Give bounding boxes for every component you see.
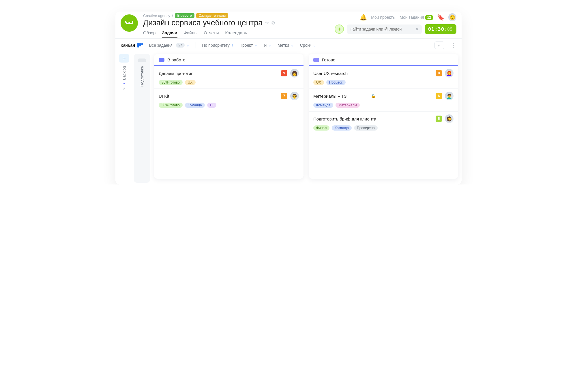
tab-overview[interactable]: Обзор bbox=[143, 30, 156, 38]
task-card[interactable]: Делаем прототип 9 👩 80% готово UX bbox=[154, 66, 304, 89]
add-column-button[interactable]: + bbox=[119, 54, 129, 63]
task-card[interactable]: Метериалы + ТЗ 🔒 6 👨‍🦱 Команда Материалы bbox=[309, 89, 458, 112]
breadcrumb-separator: / bbox=[172, 14, 173, 18]
filter-me-label: Я bbox=[264, 43, 267, 48]
header-right-top: 🔔 Мои проекты Мои задания 12 🔖 🙂 bbox=[360, 13, 456, 21]
task-title: Подготовить бриф для клиента bbox=[313, 116, 433, 121]
priority-badge: 9 bbox=[281, 70, 287, 76]
column-header-done[interactable]: Готово bbox=[309, 54, 458, 66]
tag[interactable]: Команда bbox=[313, 103, 333, 108]
filter-due[interactable]: Сроки ⌄ bbox=[300, 43, 316, 48]
app-logo[interactable] bbox=[121, 14, 138, 32]
search-input[interactable] bbox=[350, 27, 413, 31]
task-card[interactable]: User UX research 8 👩‍🦰 UX Процесс bbox=[309, 66, 458, 89]
status-chip-awaiting[interactable]: Ожидает оплаты bbox=[196, 13, 228, 18]
task-card[interactable]: UI Kit 7 👨 50% готово Команда UI bbox=[154, 89, 304, 111]
column-header-in-progress[interactable]: В работе bbox=[154, 54, 304, 66]
column-done: Готово User UX research 8 👩‍🦰 UX Процесс bbox=[309, 54, 458, 179]
tab-tasks[interactable]: Задачи bbox=[162, 30, 177, 38]
priority-badge: 8 bbox=[436, 70, 442, 76]
rail-backlog-count: 2 bbox=[123, 87, 125, 91]
assignee-avatar[interactable]: 🧔 bbox=[445, 114, 454, 123]
filter-all-tasks-count: 27 bbox=[176, 43, 184, 48]
tab-files[interactable]: Файлы bbox=[184, 30, 198, 38]
filter-project-label: Проект bbox=[239, 43, 253, 48]
tag[interactable]: Финал bbox=[313, 125, 329, 131]
columns: В работе Делаем прототип 9 👩 80% готово … bbox=[151, 52, 462, 184]
app-window: Creative agency / В работе Ожидает оплат… bbox=[115, 12, 462, 184]
filter-labels-label: Метки bbox=[278, 43, 289, 48]
breadcrumb: Creative agency / В работе Ожидает оплат… bbox=[143, 13, 329, 18]
add-button[interactable]: + bbox=[335, 24, 344, 34]
my-projects-link[interactable]: Мои проекты bbox=[371, 15, 396, 20]
task-card[interactable]: Подготовить бриф для клиента 5 🧔 Финал К… bbox=[309, 112, 458, 134]
separator bbox=[196, 42, 196, 48]
timer[interactable]: 01:30:05 bbox=[425, 24, 456, 34]
tag[interactable]: Команда bbox=[185, 103, 205, 108]
column-color-swatch bbox=[313, 58, 319, 62]
column-color-swatch bbox=[159, 58, 164, 62]
gear-icon[interactable]: ⚙ bbox=[271, 20, 275, 26]
priority-badge: 5 bbox=[436, 116, 442, 122]
assignee-avatar[interactable]: 👩 bbox=[290, 69, 299, 78]
chevron-down-icon: ⌄ bbox=[268, 43, 271, 47]
clear-search-icon[interactable]: ✕ bbox=[415, 27, 419, 32]
assignee-avatar[interactable]: 👨‍🦱 bbox=[445, 92, 454, 100]
tag[interactable]: Материалы bbox=[336, 103, 360, 108]
filter-priority-label: По приоритету bbox=[202, 43, 230, 48]
task-tags: 50% готово Команда UI bbox=[159, 103, 299, 108]
filter-me[interactable]: Я ⌄ bbox=[264, 43, 271, 48]
chevron-down-icon: ⌄ bbox=[254, 43, 257, 47]
chevron-down-icon: ⌄ bbox=[291, 43, 294, 47]
tag[interactable]: Проверено bbox=[354, 125, 378, 131]
tag[interactable]: Процесс bbox=[326, 80, 346, 85]
filter-labels[interactable]: Метки ⌄ bbox=[278, 43, 294, 48]
rail-prep[interactable]: Подготовка bbox=[134, 54, 150, 183]
filter-project[interactable]: Проект ⌄ bbox=[239, 43, 257, 48]
column-in-progress: В работе Делаем прототип 9 👩 80% готово … bbox=[154, 54, 304, 179]
tag[interactable]: UX bbox=[313, 80, 324, 85]
tab-calendar[interactable]: Календарь bbox=[225, 30, 247, 38]
task-tags: 80% готово UX bbox=[159, 80, 299, 85]
tag[interactable]: 50% готово bbox=[159, 103, 183, 108]
title-row: Дизайн сервиса учебного центра ☆ ⚙ bbox=[143, 18, 329, 27]
column-title: Готово bbox=[322, 57, 335, 62]
page-title: Дизайн сервиса учебного центра bbox=[143, 18, 263, 27]
my-tasks-label: Мои задания bbox=[400, 15, 424, 20]
tag[interactable]: Команда bbox=[332, 125, 352, 131]
bookmark-icon[interactable]: 🔖 bbox=[437, 14, 444, 21]
plus-icon: + bbox=[338, 26, 341, 32]
rail-backlog[interactable]: + Backlog 2 bbox=[115, 52, 133, 184]
column-title: В работе bbox=[167, 57, 186, 62]
filter-due-label: Сроки bbox=[300, 43, 312, 48]
view-toggle[interactable]: Канбан bbox=[121, 43, 143, 48]
tag[interactable]: UI bbox=[207, 103, 216, 108]
tag[interactable]: 80% готово bbox=[159, 80, 183, 85]
filter-all-tasks[interactable]: Все задания 27 ⌄ bbox=[149, 43, 189, 48]
check-icon: ✓ bbox=[438, 43, 441, 48]
complete-filter-button[interactable]: ✓ bbox=[434, 42, 444, 49]
assignee-avatar[interactable]: 👨 bbox=[290, 92, 299, 100]
more-menu[interactable]: ⋮ bbox=[451, 44, 456, 47]
kanban-icon bbox=[137, 43, 143, 48]
bell-icon[interactable]: 🔔 bbox=[360, 14, 367, 21]
rail-indicator-dot bbox=[123, 83, 125, 84]
tab-reports[interactable]: Отчёты bbox=[204, 30, 219, 38]
status-chip-working[interactable]: В работе bbox=[175, 13, 194, 18]
task-title: Делаем прототип bbox=[159, 71, 278, 76]
assignee-avatar[interactable]: 👩‍🦰 bbox=[445, 69, 454, 78]
user-avatar[interactable]: 🙂 bbox=[448, 13, 456, 21]
breadcrumb-parent[interactable]: Creative agency bbox=[143, 14, 170, 18]
rail-handle[interactable] bbox=[138, 59, 146, 62]
header-right: 🔔 Мои проекты Мои задания 12 🔖 🙂 + ✕ 01:… bbox=[335, 13, 456, 34]
plus-icon: + bbox=[122, 55, 126, 62]
priority-badge: 7 bbox=[281, 93, 287, 99]
project-tabs: Обзор Задачи Файлы Отчёты Календарь bbox=[143, 30, 329, 38]
search-box[interactable]: ✕ bbox=[347, 24, 422, 34]
my-tasks-link[interactable]: Мои задания 12 bbox=[400, 15, 433, 20]
filter-priority[interactable]: По приоритету ↑ bbox=[202, 43, 233, 48]
star-icon[interactable]: ☆ bbox=[265, 20, 269, 26]
filter-bar: Канбан Все задания 27 ⌄ По приоритету ↑ … bbox=[115, 38, 462, 52]
tag[interactable]: UX bbox=[185, 80, 196, 85]
task-title: User UX research bbox=[313, 71, 433, 76]
